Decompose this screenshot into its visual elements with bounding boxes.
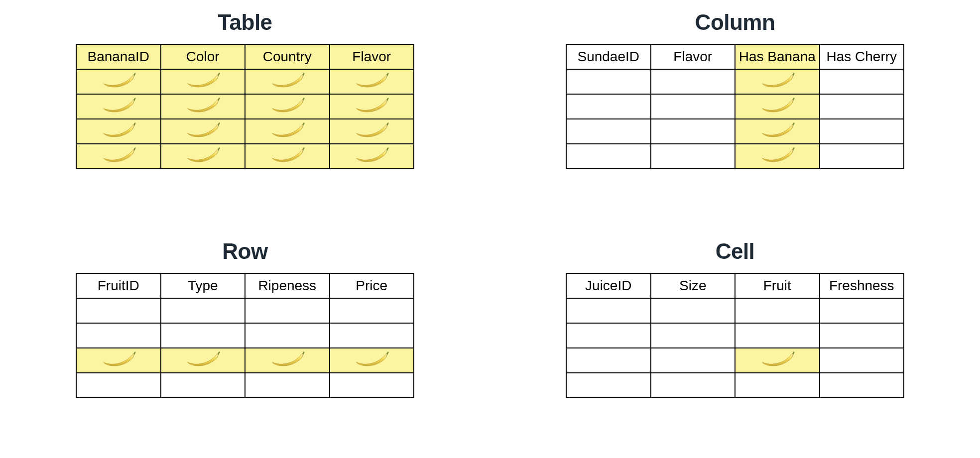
cell: [161, 119, 245, 144]
col-header: Price: [330, 273, 414, 298]
banana-icon: [268, 120, 307, 139]
table-header-row: SundaeID Flavor Has Banana Has Cherry: [566, 44, 904, 69]
col-header: Type: [161, 273, 245, 298]
cell: [820, 348, 904, 373]
banana-icon: [758, 349, 797, 368]
table-example-row: FruitID Type Ripeness Price: [76, 273, 414, 398]
cell: [76, 119, 161, 144]
cell: [566, 298, 651, 323]
banana-icon: [758, 120, 797, 139]
cell: [735, 94, 820, 119]
col-header: JuiceID: [566, 273, 651, 298]
cell: [651, 119, 735, 144]
cell: [566, 94, 651, 119]
cell: [161, 144, 245, 169]
col-header: Color: [161, 44, 245, 69]
panel-title-column: Column: [695, 10, 775, 35]
banana-icon: [99, 96, 138, 114]
cell: [651, 94, 735, 119]
table-row: [76, 323, 414, 348]
col-header: Has Cherry: [820, 44, 904, 69]
cell: [76, 94, 161, 119]
cell: [566, 348, 651, 373]
cell: [76, 298, 161, 323]
table-row: [566, 144, 904, 169]
cell: [651, 144, 735, 169]
cell: [330, 298, 414, 323]
col-header: SundaeID: [566, 44, 651, 69]
banana-icon: [183, 71, 222, 90]
cell: [76, 69, 161, 94]
cell: [245, 144, 330, 169]
table-row: [76, 69, 414, 94]
banana-icon: [183, 145, 222, 164]
banana-icon: [352, 349, 391, 368]
panel-table: Table BananaID Color Country Flavor: [50, 10, 440, 209]
col-header: Ripeness: [245, 273, 330, 298]
table-row: [566, 348, 904, 373]
banana-icon: [268, 349, 307, 368]
panel-row: Row FruitID Type Ripeness Price: [50, 239, 440, 438]
table-example-cell: JuiceID Size Fruit Freshness: [566, 273, 904, 398]
table-row: [566, 94, 904, 119]
panel-title-table: Table: [218, 10, 272, 35]
col-header: Flavor: [651, 44, 735, 69]
cell: [566, 119, 651, 144]
cell: [245, 373, 330, 398]
cell: [820, 323, 904, 348]
table-example-table: BananaID Color Country Flavor: [76, 44, 414, 169]
cell: [161, 298, 245, 323]
col-header: Flavor: [330, 44, 414, 69]
cell: [651, 348, 735, 373]
panel-column: Column SundaeID Flavor Has Banana Has Ch…: [540, 10, 930, 209]
banana-icon: [758, 145, 797, 164]
table-header-row: JuiceID Size Fruit Freshness: [566, 273, 904, 298]
banana-icon: [268, 96, 307, 114]
col-header: Has Banana: [735, 44, 820, 69]
cell: [566, 373, 651, 398]
cell: [161, 323, 245, 348]
banana-icon: [183, 120, 222, 139]
banana-icon: [183, 96, 222, 114]
table-row: [76, 373, 414, 398]
cell: [330, 373, 414, 398]
cell: [330, 69, 414, 94]
cell: [820, 373, 904, 398]
banana-icon: [268, 145, 307, 164]
cell: [245, 348, 330, 373]
cell: [161, 348, 245, 373]
cell: [245, 323, 330, 348]
col-header: Fruit: [735, 273, 820, 298]
banana-icon: [99, 71, 138, 90]
cell: [735, 348, 820, 373]
cell: [735, 144, 820, 169]
table-row: [76, 119, 414, 144]
col-header: FruitID: [76, 273, 161, 298]
table-row: [566, 119, 904, 144]
col-header: BananaID: [76, 44, 161, 69]
col-header: Freshness: [820, 273, 904, 298]
table-row: [76, 144, 414, 169]
panel-cell: Cell JuiceID Size Fruit Freshness: [540, 239, 930, 438]
table-row: [76, 94, 414, 119]
banana-icon: [268, 71, 307, 90]
banana-icon: [99, 120, 138, 139]
cell: [245, 119, 330, 144]
table-example-column: SundaeID Flavor Has Banana Has Cherry: [566, 44, 904, 169]
panel-title-row: Row: [222, 239, 267, 264]
cell: [566, 69, 651, 94]
cell: [330, 94, 414, 119]
col-header: Size: [651, 273, 735, 298]
cell: [566, 144, 651, 169]
banana-icon: [758, 96, 797, 114]
table-row: [76, 348, 414, 373]
banana-icon: [99, 349, 138, 368]
table-header-row: BananaID Color Country Flavor: [76, 44, 414, 69]
cell: [245, 94, 330, 119]
cell: [820, 119, 904, 144]
banana-icon: [352, 96, 391, 114]
diagram-grid: Table BananaID Color Country Flavor: [0, 0, 980, 458]
banana-icon: [352, 71, 391, 90]
table-header-row: FruitID Type Ripeness Price: [76, 273, 414, 298]
banana-icon: [352, 145, 391, 164]
